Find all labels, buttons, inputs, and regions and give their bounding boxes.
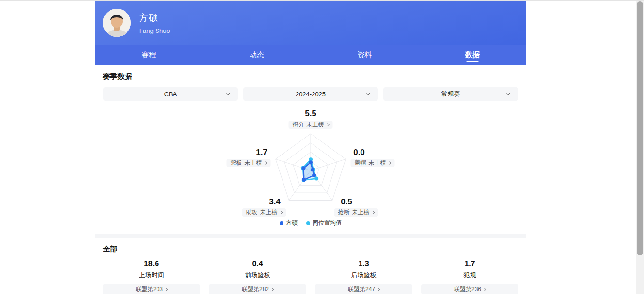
player-name: 方硕 [139,12,170,24]
chevron-right-icon [483,287,486,291]
chevron-down-icon [366,91,370,95]
stats-grid: 18.6 上场时间 联盟第203 0.4 前场篮板 联盟第282 1.3 后场篮… [103,260,518,294]
stat-name: 盖帽 [355,159,366,167]
league-rank-button[interactable]: 联盟第236 [421,284,518,294]
chevron-right-icon [388,161,391,165]
stat-value: 0.0 [353,148,365,157]
stage-dropdown[interactable]: 常规赛 [383,87,518,101]
stage-dropdown-value: 常规赛 [441,90,460,98]
stat-label: 后场篮板 [315,271,412,279]
rank-status: 未上榜 [260,208,278,217]
tab-bar: 赛程 动态 资料 数据 [95,45,526,65]
stat-value: 0.4 [209,260,306,268]
chevron-right-icon [164,287,168,291]
scrollbar-track[interactable] [636,1,644,294]
tab-schedule[interactable]: 赛程 [95,45,203,65]
tab-news-label: 动态 [250,50,264,60]
stat-label: 前场篮板 [209,271,306,279]
chevron-right-icon [377,287,380,291]
stat-label: 上场时间 [103,271,200,279]
radar-rank-pill-blocks[interactable]: 盖帽未上榜 [351,158,395,167]
season-section-title: 赛季数据 [103,72,518,81]
rank-status: 未上榜 [369,159,386,167]
tab-schedule-label: 赛程 [141,50,156,60]
season-dropdown[interactable]: 2024-2025 [243,87,378,101]
stat-name: 抢断 [338,208,350,217]
player-name-en: Fang Shuo [139,27,170,34]
season-dropdown-value: 2024-2025 [296,91,326,98]
legend-dot [306,221,310,225]
stat-value: 1.3 [315,260,412,268]
radar-chart-area: 5.5 得分未上榜 1.7 篮板未上榜 0.0 盖帽未上榜 3.4 助攻未上榜 [103,101,518,234]
league-rank-button[interactable]: 联盟第203 [103,284,200,294]
stat-col-offensive-rebounds: 0.4 前场篮板 联盟第282 [209,260,306,294]
radar-label-points: 5.5 [305,109,316,119]
scrollbar-thumb[interactable] [637,1,643,255]
chevron-down-icon [506,91,510,95]
stat-value: 3.4 [269,197,281,207]
league-rank-text: 联盟第247 [348,285,375,294]
all-section-title: 全部 [103,245,518,254]
stat-col-fouls: 1.7 犯规 联盟第236 [421,260,518,294]
radar-label-blocks: 0.0 [353,148,365,157]
radar-label-rebounds: 1.7 [256,148,267,157]
stat-col-defensive-rebounds: 1.3 后场篮板 联盟第247 [315,260,412,294]
league-rank-button[interactable]: 联盟第247 [315,284,412,294]
stat-name: 助攻 [246,208,258,217]
radar-rank-pill-steals[interactable]: 抢断未上榜 [334,207,378,217]
chevron-right-icon [279,211,283,214]
tab-active-indicator [466,61,479,62]
tab-profile[interactable]: 资料 [311,45,419,65]
player-header: 方硕 Fang Shuo [95,1,526,45]
stat-value: 1.7 [421,260,518,268]
stat-value: 18.6 [103,260,200,268]
avatar-photo-placeholder [103,9,131,37]
league-rank-text: 联盟第203 [136,285,163,294]
rank-status: 未上榜 [307,121,324,129]
legend-label: 同位置均值 [313,219,342,227]
tab-profile-label: 资料 [357,50,372,60]
legend-item-average: 同位置均值 [306,219,342,227]
chart-legend: 方硕 同位置均值 [280,219,342,227]
stat-value: 1.7 [256,148,267,157]
player-avatar [103,9,131,37]
league-rank-text: 联盟第236 [454,285,481,294]
league-dropdown[interactable]: CBA [103,87,238,101]
page-content: 方硕 Fang Shuo 赛程 动态 资料 数据 赛季数据 CBA [95,1,526,294]
radar-rank-pill-assists[interactable]: 助攻未上榜 [242,207,286,217]
tab-data[interactable]: 数据 [419,45,527,65]
legend-item-player: 方硕 [280,219,298,227]
chevron-right-icon [270,287,274,291]
stat-col-minutes: 18.6 上场时间 联盟第203 [103,260,200,294]
tab-news[interactable]: 动态 [203,45,311,65]
stat-name: 篮板 [231,159,242,167]
tab-data-label: 数据 [465,50,480,60]
rank-status: 未上榜 [352,208,370,217]
legend-dot [280,221,283,225]
chevron-right-icon [264,161,267,165]
stat-label: 犯规 [421,271,518,279]
season-data-section: 赛季数据 CBA 2024-2025 常规赛 5.5 得分未上榜 [95,65,526,234]
radar-rank-pill-points[interactable]: 得分未上榜 [289,120,333,129]
rank-status: 未上榜 [245,159,262,167]
legend-label: 方硕 [286,219,298,227]
player-name-block: 方硕 Fang Shuo [139,12,170,34]
chevron-right-icon [371,211,375,214]
radar-rank-pill-rebounds[interactable]: 篮板未上榜 [227,158,271,167]
league-rank-button[interactable]: 联盟第282 [209,284,306,294]
stat-value: 5.5 [305,109,316,119]
chevron-right-icon [326,123,329,126]
stat-name: 得分 [293,121,304,129]
league-dropdown-value: CBA [164,91,177,98]
chevron-down-icon [226,91,230,95]
radar-label-steals: 0.5 [341,197,352,207]
all-stats-section: 全部 18.6 上场时间 联盟第203 0.4 前场篮板 联盟第282 1.3 [95,238,526,294]
section-divider [95,234,526,238]
league-rank-text: 联盟第282 [242,285,269,294]
radar-label-assists: 3.4 [269,197,281,207]
stat-value: 0.5 [341,197,352,207]
filter-row: CBA 2024-2025 常规赛 [103,87,518,101]
